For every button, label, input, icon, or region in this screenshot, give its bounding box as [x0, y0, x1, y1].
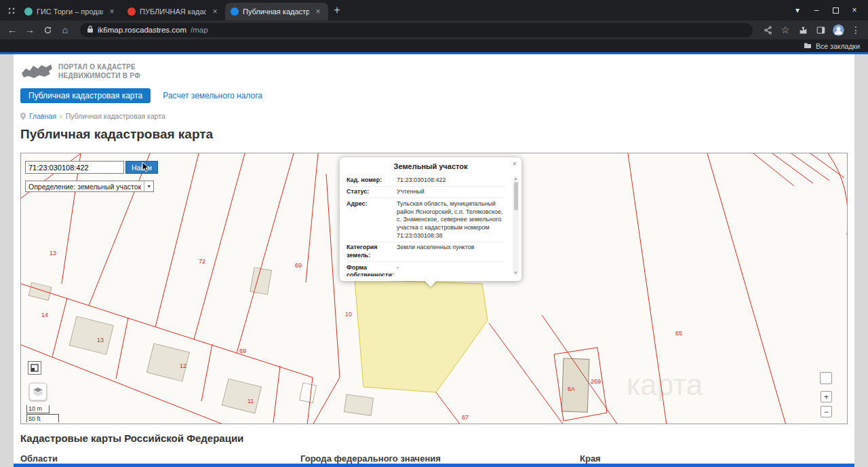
browser-menu-icon[interactable]: ⋮	[848, 22, 864, 38]
side-panel-icon[interactable]	[812, 22, 829, 38]
home-button[interactable]: ⌂	[57, 22, 73, 38]
browser-toolbar: ← → ⌂ ik6map.roscadastres.com/map ☆ ⋮	[0, 20, 868, 39]
footer-accent-bar	[14, 464, 854, 467]
nav-tab-public-map[interactable]: Публичная кадастровая карта	[20, 88, 151, 103]
all-bookmarks-label[interactable]: Все закладки	[816, 42, 860, 50]
tab-search-chevron-icon[interactable]: ▾	[788, 0, 807, 20]
popup-row: Форма собственности:-	[347, 262, 505, 276]
tab1-title: ГИС Торги – продажи госуд	[37, 7, 103, 16]
tab1-favicon	[24, 7, 33, 16]
url-domain: ik6map.roscadastres.com	[98, 26, 186, 34]
footer-column-federal-cities[interactable]: Города федерального значения	[300, 453, 580, 464]
parcel-label: 14	[41, 312, 48, 318]
parcel-label: 65	[675, 330, 682, 337]
popup-row-value: 71:23:030108:422	[394, 176, 505, 185]
popup-row-value: -	[394, 264, 505, 276]
back-button[interactable]: ←	[4, 22, 20, 38]
bookmark-star-icon[interactable]: ☆	[777, 22, 793, 38]
tab2-favicon	[127, 7, 136, 16]
popup-row-label: Статус:	[347, 188, 394, 196]
layers-button[interactable]	[29, 383, 47, 400]
popup-title: Земельный участок	[347, 162, 515, 170]
share-icon[interactable]	[760, 22, 776, 38]
browser-tab-2[interactable]: ПУБЛИЧНАЯ кадастровая ка ×	[122, 3, 225, 20]
tab1-close-icon[interactable]: ×	[107, 7, 117, 16]
location-pin-icon	[20, 113, 26, 120]
lock-icon	[87, 25, 94, 35]
new-tab-button[interactable]: +	[328, 1, 346, 19]
popup-row: Статус:Учтенный	[347, 187, 505, 199]
page-container: ПОРТАЛ О КАДАСТРЕ НЕДВИЖИМОСТИ В РФ Публ…	[14, 54, 854, 467]
popup-row-label: Категория земель:	[347, 244, 394, 259]
breadcrumb: Главная › Публичная кадастровая карта	[20, 112, 848, 120]
popup-scrollbar[interactable]: ▲ ▼	[513, 176, 519, 276]
breadcrumb-current: Публичная кадастровая карта	[66, 112, 165, 120]
address-bar[interactable]: ik6map.roscadastres.com/map	[80, 23, 753, 37]
window-controls: ▾ – ×	[788, 0, 864, 20]
parcel-label: 6А	[568, 386, 575, 392]
browser-tab-1[interactable]: ГИС Торги – продажи госуд ×	[19, 3, 122, 20]
window-maximize-button[interactable]	[826, 0, 845, 20]
footer-columns: Области Города федерального значения Кра…	[20, 453, 848, 464]
definition-select[interactable]: Определение: земельный участок ▼	[25, 181, 154, 192]
window-minimize-button[interactable]: –	[807, 0, 826, 20]
profile-avatar[interactable]	[830, 22, 846, 38]
scroll-down-icon[interactable]: ▼	[513, 270, 519, 276]
breadcrumb-home-link[interactable]: Главная	[29, 112, 56, 120]
map-search: Найти	[25, 161, 158, 174]
tab3-favicon	[231, 7, 239, 16]
parcel-label: 69	[239, 348, 246, 354]
popup-row: Категория земель:Земли населенных пункто…	[347, 242, 505, 262]
browser-tab-3-active[interactable]: Публичная кадастровая ка ×	[225, 3, 328, 20]
buildings-layer	[28, 267, 589, 415]
popup-rows: Кад. номер:71:23:030108:422Статус:Учтенн…	[347, 174, 515, 276]
reload-button[interactable]	[39, 22, 56, 38]
zoom-out-button[interactable]: −	[821, 406, 832, 417]
chevron-down-icon: ▼	[144, 181, 153, 191]
popup-row-value: Земли населенных пунктов	[394, 244, 505, 259]
tab-grid-icon[interactable]	[4, 2, 19, 20]
footer-column-regions[interactable]: Области	[20, 453, 300, 464]
zoom-in-button[interactable]: +	[821, 391, 832, 403]
browser-chrome: ГИС Торги – продажи госуд × ПУБЛИЧНАЯ ка…	[0, 0, 868, 54]
popup-row: Кад. номер:71:23:030108:422	[347, 174, 505, 187]
scroll-up-icon[interactable]: ▲	[513, 176, 519, 181]
fullscreen-button[interactable]	[820, 372, 832, 384]
parcel-label: 72	[199, 258, 205, 265]
selected-parcel[interactable]	[355, 280, 488, 392]
extensions-puzzle-icon[interactable]	[795, 22, 811, 38]
popup-row: Адрес:Тульская область, муниципальный ра…	[347, 198, 505, 242]
page-title: Публичная кадастровая карта	[20, 127, 848, 142]
parcel-info-popup: Земельный участок × Кад. номер:71:23:030…	[340, 157, 521, 281]
minimap-toggle-button[interactable]	[28, 361, 41, 375]
forward-button[interactable]: →	[22, 22, 38, 38]
popup-close-icon[interactable]: ×	[513, 160, 517, 168]
search-input[interactable]	[25, 161, 124, 174]
window-close-button[interactable]: ×	[845, 0, 864, 20]
parcel-label: 10	[345, 311, 352, 318]
parcel-label: 67	[462, 414, 469, 421]
url-path: /map	[191, 26, 208, 34]
mouse-cursor	[142, 162, 150, 175]
parcel-label: 12	[180, 362, 186, 369]
scroll-thumb[interactable]	[514, 182, 518, 210]
map-watermark: карта	[627, 368, 703, 401]
site-logo[interactable]: ПОРТАЛ О КАДАСТРЕ НЕДВИЖИМОСТИ В РФ	[20, 54, 848, 80]
definition-select-value: Определение: земельный участок	[28, 183, 141, 191]
popup-row-label: Форма собственности:	[347, 264, 394, 276]
site-nav: Публичная кадастровая карта Расчет земел…	[20, 88, 848, 103]
site-logo-text: ПОРТАЛ О КАДАСТРЕ НЕДВИЖИМОСТИ В РФ	[58, 62, 140, 80]
bookmarks-bar: Все закладки	[0, 39, 868, 52]
cadastral-map[interactable]: карта	[20, 153, 848, 424]
scale-imperial: 50 ft	[26, 414, 59, 422]
parcel-label: 11	[248, 398, 254, 405]
russia-map-logo-icon	[20, 62, 53, 80]
parcel-label: 269	[591, 378, 601, 385]
tab3-close-icon[interactable]: ×	[313, 7, 323, 16]
web-page: ПОРТАЛ О КАДАСТРЕ НЕДВИЖИМОСТИ В РФ Публ…	[0, 54, 868, 467]
map-scale-control: 10 m 50 ft	[26, 405, 59, 422]
tab3-title: Публичная кадастровая ка	[243, 7, 309, 16]
footer-column-krais[interactable]: Края	[580, 453, 601, 464]
tab2-close-icon[interactable]: ×	[210, 7, 220, 16]
nav-link-land-tax[interactable]: Расчет земельного налога	[163, 91, 262, 100]
